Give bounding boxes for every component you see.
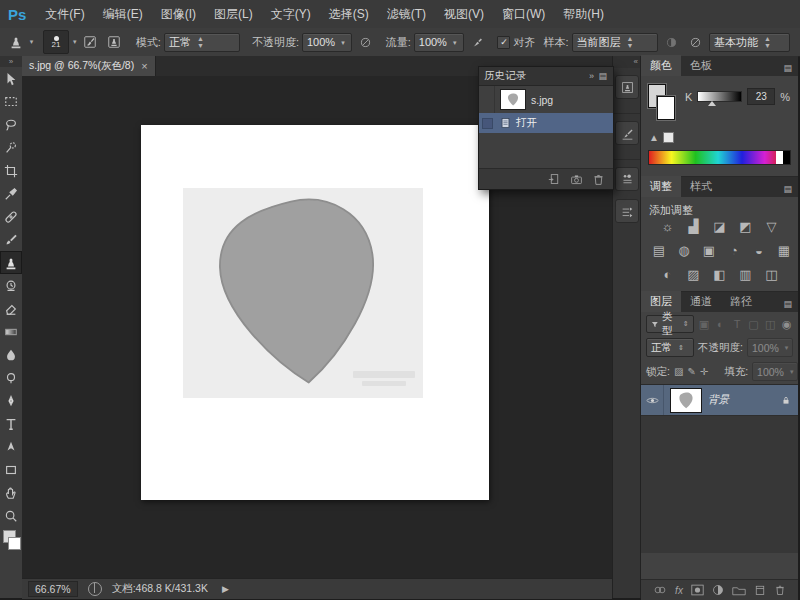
color-balance-icon[interactable]: ◍ [676,243,692,258]
fill-dropdown[interactable]: 100% ▾ [752,362,798,381]
close-tab-icon[interactable]: × [141,60,147,72]
ramp-black-swatch[interactable] [783,151,790,164]
gradient-map-icon[interactable]: ▥ [737,267,754,282]
tab-adjustments[interactable]: 调整 [641,176,681,197]
color-fg-bg-swatches[interactable] [648,84,678,120]
opacity-pressure-icon[interactable] [356,32,376,52]
tool-rectangular-marquee[interactable] [0,90,22,113]
toggle-clone-source-panel-icon[interactable] [104,32,124,52]
clone-stamp-tool-icon[interactable] [6,32,26,52]
tab-color[interactable]: 颜色 [641,55,681,76]
brush-pressure-icon[interactable] [685,32,705,52]
tool-preset-arrow-icon[interactable]: ▾ [30,38,34,46]
filter-adjustment-layers-icon[interactable]: ◐ [714,318,727,330]
tool-move[interactable] [0,67,22,90]
tool-dodge[interactable] [0,366,22,389]
tab-swatches[interactable]: 色板 [681,55,721,76]
tool-gradient[interactable] [0,320,22,343]
history-collapse-icon[interactable]: » ▤ [589,71,608,81]
flow-dropdown[interactable]: 100% ▾ [414,33,464,52]
layer-filtering-toggle-icon[interactable]: ◉ [780,318,793,331]
menu-file[interactable]: 文件(F) [36,0,93,28]
menu-layer[interactable]: 图层(L) [205,0,262,28]
curves-icon[interactable]: ◪ [711,219,728,234]
tab-layers[interactable]: 图层 [641,291,681,312]
tool-presets-panel-icon[interactable] [615,199,639,223]
aligned-checkbox[interactable]: ✓ [497,36,510,49]
filter-type-layers-icon[interactable]: T [731,318,744,330]
menu-image[interactable]: 图像(I) [152,0,205,28]
history-snapshot-row[interactable]: s.jpg [479,86,613,113]
tab-paths[interactable]: 路径 [721,291,761,312]
brightness-contrast-icon[interactable]: ☼ [659,219,676,234]
tool-eyedropper[interactable] [0,182,22,205]
add-layer-mask-icon[interactable] [691,584,704,596]
tool-rectangle-shape[interactable] [0,458,22,481]
k-slider-thumb-icon[interactable] [708,101,716,106]
tool-spot-healing-brush[interactable] [0,205,22,228]
filter-shape-layers-icon[interactable]: ▢ [747,318,760,331]
mode-dropdown[interactable]: 正常 ▲▼ [164,33,240,52]
black-white-icon[interactable]: ▣ [701,243,717,258]
toggle-brush-panel-icon[interactable] [80,32,100,52]
background-color-swatch[interactable] [657,96,675,120]
tool-history-brush[interactable] [0,274,22,297]
history-panel-header[interactable]: 历史记录 » ▤ [479,67,613,86]
menu-window[interactable]: 窗口(W) [493,0,554,28]
tool-clone-stamp[interactable] [0,251,22,274]
sample-dropdown[interactable]: 当前图层 ▲▼ [572,33,658,52]
tool-type[interactable] [0,412,22,435]
lock-transparent-pixels-icon[interactable]: ▨ [674,366,683,377]
filter-pixel-layers-icon[interactable]: ▣ [698,318,711,331]
hue-saturation-icon[interactable]: ▤ [651,243,667,258]
tool-zoom[interactable] [0,504,22,527]
menu-type[interactable]: 文字(Y) [262,0,320,28]
history-brush-source-column[interactable] [482,86,495,113]
menu-help[interactable]: 帮助(H) [554,0,613,28]
delete-state-trash-icon[interactable] [592,173,605,186]
filter-smart-objects-icon[interactable]: ◫ [764,318,777,331]
levels-icon[interactable]: ▟ [685,219,702,234]
layer-thumbnail[interactable] [670,388,702,413]
menu-filter[interactable]: 滤镜(T) [378,0,435,28]
color-spectrum-ramp[interactable] [648,150,791,165]
dock-expand-icon[interactable]: « [613,56,641,68]
tool-pen[interactable] [0,389,22,412]
panel-menu-icon[interactable]: ▤ [783,299,798,312]
tool-blur[interactable] [0,343,22,366]
new-document-from-state-icon[interactable] [548,173,561,186]
blend-mode-dropdown[interactable]: 正常 ⇕ [646,338,694,357]
color-lookup-icon[interactable]: ▦ [776,243,792,258]
tool-path-selection[interactable] [0,435,22,458]
layer-opacity-dropdown[interactable]: 100% ▾ [747,338,793,357]
layer-row-background[interactable]: 背景 [641,385,798,416]
tool-hand[interactable] [0,481,22,504]
delete-layer-trash-icon[interactable] [774,584,786,596]
new-group-folder-icon[interactable] [732,585,746,596]
document-canvas[interactable] [141,125,489,500]
menu-view[interactable]: 视图(V) [435,0,493,28]
history-state-open[interactable]: 打开 [479,113,613,133]
brush-presets-panel-icon[interactable] [615,167,639,191]
airbrush-icon[interactable] [468,32,488,52]
history-state-checkbox[interactable] [482,118,493,129]
channel-mixer-icon[interactable]: ◒ [751,243,767,258]
menu-select[interactable]: 选择(S) [320,0,378,28]
tab-channels[interactable]: 通道 [681,291,721,312]
panel-menu-icon[interactable]: ▤ [783,184,798,197]
invert-icon[interactable]: ◐ [659,267,676,282]
new-adjustment-layer-icon[interactable] [712,584,724,596]
threshold-icon[interactable]: ◧ [711,267,728,282]
k-value-field[interactable]: 23 [747,88,775,105]
panel-menu-icon[interactable]: ▤ [783,63,798,76]
gamut-warning[interactable]: ▲ [649,132,674,143]
tool-lasso[interactable] [0,113,22,136]
photo-filter-icon[interactable]: ◔ [726,243,742,258]
link-layers-icon[interactable] [653,584,667,596]
new-layer-icon[interactable] [754,584,766,596]
brush-picker-arrow-icon[interactable]: ▾ [73,38,77,46]
k-slider[interactable] [697,91,742,102]
tool-brush[interactable] [0,228,22,251]
document-tab[interactable]: s.jpg @ 66.7%(灰色/8) × [22,56,156,76]
layer-visibility-toggle[interactable] [641,385,664,415]
